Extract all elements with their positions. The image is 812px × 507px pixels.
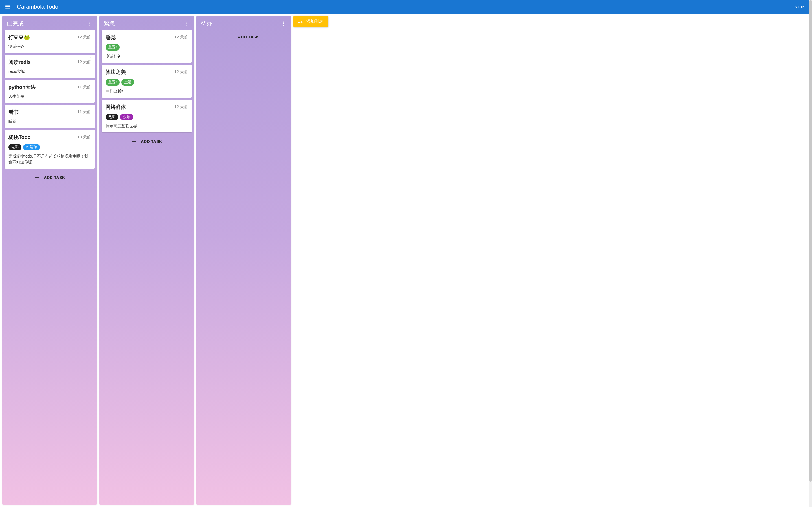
card-description: 睡觉: [8, 119, 91, 124]
task-card[interactable]: 阅读redis12 天前redis实战: [4, 55, 95, 78]
column-header: 紧急: [99, 16, 194, 30]
card-time: 10 天前: [78, 135, 91, 140]
add-task-button[interactable]: ADD TASK: [127, 135, 167, 148]
hamburger-icon: [5, 4, 11, 10]
card-description: 测试任务: [8, 44, 91, 49]
page-scrollbar[interactable]: [809, 0, 812, 507]
card-time: 11 天前: [78, 110, 91, 115]
app-bar: Carambola Todo v1.15.3: [0, 0, 812, 13]
task-card[interactable]: python大法11 天前人生苦短: [4, 80, 95, 103]
card-title: 网络群体: [106, 104, 126, 110]
add-task-label: ADD TASK: [141, 139, 162, 144]
add-task-label: ADD TASK: [238, 35, 259, 39]
card-header: 睡觉12 天前: [106, 34, 188, 41]
tag: 重要!: [106, 79, 120, 86]
column: 已完成打豆豆🐸12 天前测试任务阅读redis12 天前redis实战pytho…: [2, 16, 97, 505]
tag: 21清单: [23, 144, 40, 151]
tag: 重要!: [106, 44, 120, 51]
plus-icon: [131, 138, 137, 144]
column-title: 已完成: [7, 20, 86, 27]
more-vert-icon: [183, 21, 189, 26]
playlist-add-icon: [297, 19, 303, 24]
hamburger-menu-button[interactable]: [4, 3, 11, 10]
column-menu-button[interactable]: [183, 20, 190, 27]
column: 紧急睡觉12 天前重要!测试任务算法之美12 天前重要!生活中信出版社网络群体1…: [99, 16, 194, 505]
app-title: Carambola Todo: [17, 4, 795, 10]
app-version: v1.15.3: [795, 5, 808, 9]
card-header: 杨桃Todo10 天前: [8, 134, 91, 140]
card-time: 11 天前: [78, 85, 91, 90]
column-header: 已完成: [2, 16, 97, 30]
task-card[interactable]: 网络群体12 天前电影娱乐揭示高度互联世界: [102, 100, 192, 132]
plus-icon: [228, 34, 234, 40]
card-tags: 重要!: [106, 44, 188, 51]
column-body: 睡觉12 天前重要!测试任务算法之美12 天前重要!生活中信出版社网络群体12 …: [99, 30, 194, 505]
add-task-button[interactable]: ADD TASK: [224, 31, 263, 43]
tag: 电影: [8, 144, 21, 151]
more-vert-icon: [86, 21, 92, 26]
column-body: ADD TASK: [196, 30, 291, 505]
card-description: redis实战: [8, 69, 91, 74]
card-description: 人生苦短: [8, 94, 91, 99]
column: 待办ADD TASK: [196, 16, 291, 505]
card-time: 12 天前: [175, 104, 188, 110]
board: 已完成打豆豆🐸12 天前测试任务阅读redis12 天前redis实战pytho…: [0, 13, 812, 507]
task-card[interactable]: 杨桃Todo10 天前电影21清单完成杨桃todo,是不是有超长的情况发生呢！我…: [4, 130, 95, 169]
card-header: 网络群体12 天前: [106, 104, 188, 110]
card-header: 算法之美12 天前: [106, 69, 188, 75]
task-card[interactable]: 睡觉12 天前重要!测试任务: [102, 30, 192, 63]
tag: 生活: [121, 79, 134, 86]
card-description: 揭示高度互联世界: [106, 123, 188, 129]
card-header: 打豆豆🐸12 天前: [8, 34, 91, 41]
task-card[interactable]: 打豆豆🐸12 天前测试任务: [4, 30, 95, 53]
card-header: 看书11 天前: [8, 109, 91, 115]
column-title: 待办: [201, 20, 280, 27]
task-card[interactable]: 看书11 天前睡觉: [4, 105, 95, 128]
card-time: 12 天前: [175, 69, 188, 74]
column-menu-button[interactable]: [280, 20, 287, 27]
add-task-label: ADD TASK: [44, 175, 65, 180]
card-title: 睡觉: [106, 34, 116, 41]
card-menu-button[interactable]: [88, 56, 94, 62]
page-scrollbar-thumb[interactable]: [809, 0, 812, 482]
card-title: 阅读redis: [8, 59, 31, 65]
card-tags: 电影21清单: [8, 144, 91, 151]
add-list-label: 添加列表: [306, 19, 323, 24]
card-time: 12 天前: [78, 35, 91, 40]
card-title: 打豆豆🐸: [8, 34, 30, 41]
card-title: 看书: [8, 109, 19, 115]
card-description: 测试任务: [106, 53, 188, 59]
column-title: 紧急: [104, 20, 183, 27]
column-menu-button[interactable]: [86, 20, 92, 27]
add-task-button[interactable]: ADD TASK: [29, 171, 69, 184]
tag: 电影: [106, 114, 119, 120]
card-title: python大法: [8, 84, 36, 91]
card-time: 12 天前: [175, 35, 188, 40]
add-list-button[interactable]: 添加列表: [294, 16, 328, 27]
tag: 娱乐: [120, 114, 133, 120]
card-description: 中信出版社: [106, 89, 188, 94]
card-title: 算法之美: [106, 69, 126, 75]
plus-icon: [34, 175, 40, 180]
card-description: 完成杨桃todo,是不是有超长的情况发生呢！我也不知道你呢: [8, 153, 91, 165]
card-tags: 重要!生活: [106, 79, 188, 86]
task-card[interactable]: 算法之美12 天前重要!生活中信出版社: [102, 65, 192, 97]
card-title: 杨桃Todo: [8, 134, 31, 140]
column-body: 打豆豆🐸12 天前测试任务阅读redis12 天前redis实战python大法…: [2, 30, 97, 505]
more-vert-icon: [88, 57, 93, 61]
column-header: 待办: [196, 16, 291, 30]
card-tags: 电影娱乐: [106, 114, 188, 120]
more-vert-icon: [280, 21, 286, 26]
card-header: 阅读redis12 天前: [8, 59, 91, 65]
card-header: python大法11 天前: [8, 84, 91, 91]
